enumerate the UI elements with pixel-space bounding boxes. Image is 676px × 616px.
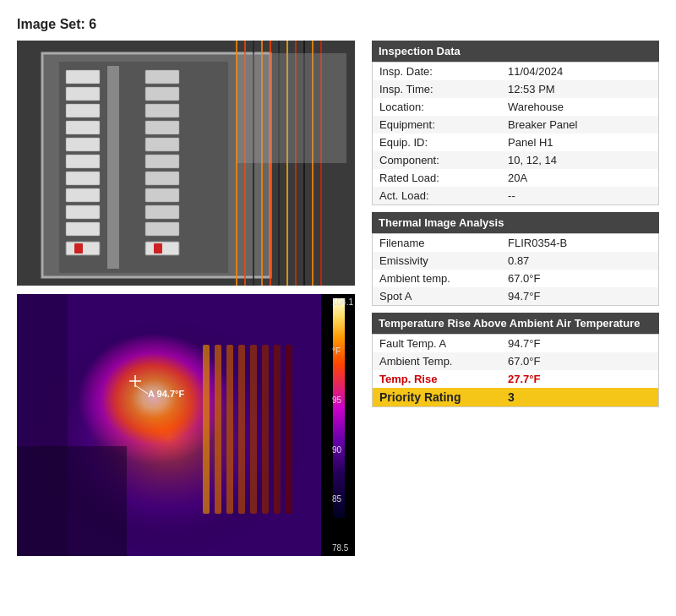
svg-rect-13 <box>145 70 179 84</box>
svg-rect-52 <box>17 446 127 556</box>
svg-rect-16 <box>145 121 179 134</box>
table-row: Ambient temp. 67.0°F <box>373 270 659 287</box>
svg-rect-23 <box>107 66 119 269</box>
svg-rect-7 <box>66 138 100 151</box>
value: 10, 12, 14 <box>501 151 658 169</box>
temp-rise-section: Temperature Rise Above Ambient Air Tempe… <box>372 313 659 407</box>
scale-max: 104.1 <box>332 297 353 307</box>
svg-rect-20 <box>145 188 179 202</box>
thermal-image: A 94.7°F <box>17 294 321 556</box>
value: 94.7°F <box>501 287 658 306</box>
svg-rect-12 <box>66 222 100 236</box>
svg-rect-15 <box>145 104 179 117</box>
svg-rect-3 <box>66 70 100 84</box>
label: Ambient temp. <box>373 270 502 287</box>
svg-rect-45 <box>226 345 233 514</box>
label: Equip. ID: <box>373 134 502 151</box>
svg-rect-27 <box>154 243 162 253</box>
value: 12:53 PM <box>501 80 658 98</box>
label: Ambient Temp. <box>373 352 502 370</box>
svg-rect-14 <box>145 87 179 101</box>
scale-unit: °F <box>332 346 353 356</box>
label: Insp. Date: <box>373 63 502 81</box>
inspection-header: Inspection Data <box>372 41 659 62</box>
svg-rect-8 <box>66 155 100 168</box>
svg-rect-22 <box>145 222 179 236</box>
svg-rect-50 <box>286 345 292 514</box>
temp-rise-header: Temperature Rise Above Ambient Air Tempe… <box>372 313 659 334</box>
thermal-analysis-header: Thermal Image Analysis <box>372 212 659 233</box>
thermal-scale: 104.1 °F 95 90 85 78.5 <box>323 294 355 556</box>
scale-labels: 104.1 °F 95 90 85 78.5 <box>332 294 353 556</box>
table-row: Spot A 94.7°F <box>373 287 659 306</box>
svg-rect-6 <box>66 121 100 134</box>
priority-label: Priority Rating <box>373 388 502 407</box>
svg-rect-46 <box>238 345 245 514</box>
page-title: Image Set: 6 <box>17 17 659 32</box>
svg-rect-48 <box>262 345 269 514</box>
svg-text:A 94.7°F: A 94.7°F <box>148 389 184 399</box>
temp-rise-value: 27.7°F <box>501 370 658 388</box>
svg-rect-39 <box>237 53 346 163</box>
label: Filename <box>373 234 502 253</box>
label: Equipment: <box>373 116 502 134</box>
table-row: Insp. Time: 12:53 PM <box>373 80 659 98</box>
priority-rating-row: Priority Rating 3 <box>373 388 659 407</box>
svg-rect-44 <box>215 345 221 514</box>
label: Spot A <box>373 287 502 306</box>
value: 67.0°F <box>501 270 658 287</box>
svg-rect-17 <box>145 138 179 151</box>
value: 94.7°F <box>501 335 658 353</box>
thermal-image-container: A 94.7°F 104.1 °F 95 90 85 78.5 <box>17 294 355 556</box>
svg-rect-43 <box>203 345 210 514</box>
value: 67.0°F <box>501 352 658 370</box>
image-column: A 94.7°F 104.1 °F 95 90 85 78.5 <box>17 41 355 556</box>
label: Emissivity <box>373 252 502 270</box>
thermal-analysis-section: Thermal Image Analysis Filename FLIR0354… <box>372 212 659 306</box>
value: Breaker Panel <box>501 116 658 134</box>
table-row: Component: 10, 12, 14 <box>373 151 659 169</box>
svg-rect-18 <box>145 155 179 168</box>
thermal-table: Filename FLIR0354-B Emissivity 0.87 Ambi… <box>372 233 659 306</box>
panel-photo <box>17 41 355 286</box>
svg-rect-21 <box>145 205 179 219</box>
inspection-table: Insp. Date: 11/04/2024 Insp. Time: 12:53… <box>372 62 659 205</box>
value: 0.87 <box>501 252 658 270</box>
table-row: Rated Load: 20A <box>373 169 659 187</box>
svg-rect-11 <box>66 205 100 219</box>
table-row: Emissivity 0.87 <box>373 252 659 270</box>
scale-mark-1: 95 <box>332 395 353 405</box>
value: Panel H1 <box>501 134 658 151</box>
svg-rect-10 <box>66 188 100 202</box>
table-row: Equipment: Breaker Panel <box>373 116 659 134</box>
temp-rise-row: Temp. Rise 27.7°F <box>373 370 659 388</box>
svg-rect-4 <box>66 87 100 101</box>
svg-rect-49 <box>274 345 281 514</box>
temp-rise-label: Temp. Rise <box>373 370 502 388</box>
inspection-data-section: Inspection Data Insp. Date: 11/04/2024 I… <box>372 41 659 205</box>
priority-value: 3 <box>501 388 658 407</box>
value: -- <box>501 187 658 205</box>
label: Component: <box>373 151 502 169</box>
table-row: Act. Load: -- <box>373 187 659 205</box>
table-row: Ambient Temp. 67.0°F <box>373 352 659 370</box>
scale-mark-3: 85 <box>332 494 353 504</box>
table-row: Equip. ID: Panel H1 <box>373 134 659 151</box>
svg-rect-5 <box>66 104 100 117</box>
svg-rect-25 <box>74 243 83 253</box>
label: Insp. Time: <box>373 80 502 98</box>
value: 20A <box>501 169 658 187</box>
label: Rated Load: <box>373 169 502 187</box>
table-row: Insp. Date: 11/04/2024 <box>373 63 659 81</box>
scale-mark-4: 78.5 <box>332 543 353 553</box>
label: Fault Temp. A <box>373 335 502 353</box>
label: Act. Load: <box>373 187 502 205</box>
label: Location: <box>373 98 502 116</box>
svg-rect-19 <box>145 172 179 185</box>
data-column: Inspection Data Insp. Date: 11/04/2024 I… <box>372 41 659 414</box>
value: FLIR0354-B <box>501 234 658 253</box>
table-row: Fault Temp. A 94.7°F <box>373 335 659 353</box>
scale-mark-2: 90 <box>332 445 353 455</box>
temp-rise-table: Fault Temp. A 94.7°F Ambient Temp. 67.0°… <box>372 334 659 407</box>
svg-rect-47 <box>250 345 257 514</box>
